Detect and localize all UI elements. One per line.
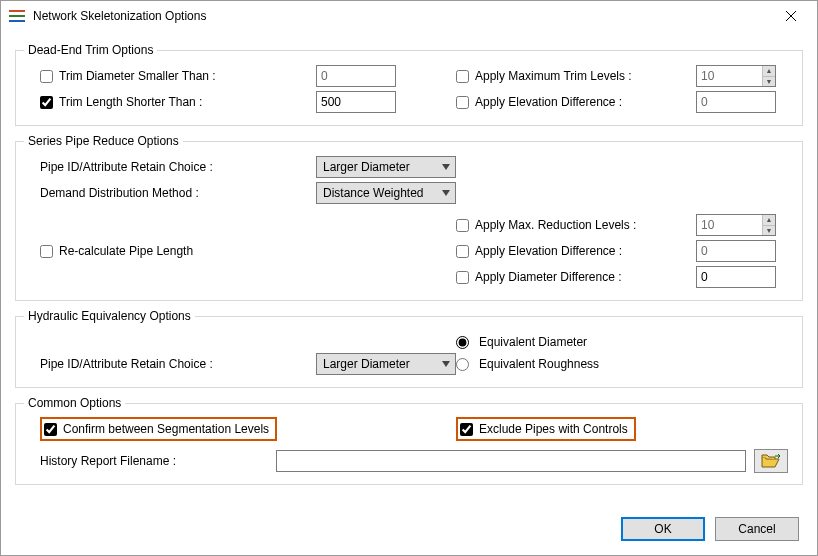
title-bar: Network Skeletonization Options	[1, 1, 817, 31]
series-apply-elev-checkbox[interactable]: Apply Elevation Difference :	[456, 244, 622, 258]
common-legend: Common Options	[24, 396, 125, 410]
trim-length-checkbox[interactable]: Trim Length Shorter Than :	[40, 95, 202, 109]
demand-method-label: Demand Distribution Method :	[40, 186, 199, 200]
close-icon	[786, 11, 796, 21]
dialog-window: Network Skeletonization Options Dead-End…	[0, 0, 818, 556]
trim-length-value[interactable]	[316, 91, 396, 113]
diam-diff-value[interactable]	[696, 266, 776, 288]
client-area: Dead-End Trim Options Trim Diameter Smal…	[1, 31, 817, 497]
chevron-down-icon	[437, 354, 455, 374]
demand-method-combo[interactable]: Distance Weighted	[316, 182, 456, 204]
max-red-spinner[interactable]: ▲ ▼	[696, 214, 776, 236]
apply-max-red-label: Apply Max. Reduction Levels :	[475, 218, 636, 232]
apply-diam-diff-label: Apply Diameter Difference :	[475, 270, 622, 284]
series-retain-value: Larger Diameter	[323, 160, 410, 174]
series-group: Series Pipe Reduce Options Pipe ID/Attri…	[15, 134, 803, 301]
browse-button[interactable]	[754, 449, 788, 473]
history-filename-input[interactable]	[276, 450, 746, 472]
deadend-group: Dead-End Trim Options Trim Diameter Smal…	[15, 43, 803, 126]
max-red-value[interactable]	[697, 215, 762, 235]
svg-marker-2	[442, 164, 450, 170]
apply-max-trim-label: Apply Maximum Trim Levels :	[475, 69, 632, 83]
exclude-label: Exclude Pipes with Controls	[479, 422, 628, 436]
spinner-up[interactable]: ▲	[763, 215, 775, 226]
equiv-roughness-label: Equivalent Roughness	[479, 357, 599, 371]
series-apply-elev-label: Apply Elevation Difference :	[475, 244, 622, 258]
exclude-highlight: Exclude Pipes with Controls	[456, 417, 636, 441]
equiv-diameter-radio-input[interactable]	[456, 336, 469, 349]
series-retain-combo[interactable]: Larger Diameter	[316, 156, 456, 178]
hydraulic-retain-label: Pipe ID/Attribute Retain Choice :	[40, 357, 213, 371]
history-label: History Report Filename :	[40, 454, 176, 468]
hydraulic-group: Hydraulic Equivalency Options Equivalent…	[15, 309, 803, 388]
confirm-checkbox[interactable]: Confirm between Segmentation Levels	[44, 422, 269, 436]
confirm-highlight: Confirm between Segmentation Levels	[40, 417, 277, 441]
cancel-button[interactable]: Cancel	[715, 517, 799, 541]
chevron-down-icon	[437, 183, 455, 203]
max-trim-spinner[interactable]: ▲ ▼	[696, 65, 776, 87]
dialog-buttons: OK Cancel	[621, 517, 799, 541]
demand-method-value: Distance Weighted	[323, 186, 424, 200]
trim-diameter-checkbox-input[interactable]	[40, 70, 53, 83]
equiv-diameter-radio[interactable]: Equivalent Diameter	[456, 335, 587, 349]
deadend-apply-elev-label: Apply Elevation Difference :	[475, 95, 622, 109]
series-legend: Series Pipe Reduce Options	[24, 134, 183, 148]
spinner-down[interactable]: ▼	[763, 226, 775, 236]
app-icon	[9, 8, 25, 24]
deadend-elev-value[interactable]	[696, 91, 776, 113]
recalc-checkbox-input[interactable]	[40, 245, 53, 258]
trim-diameter-checkbox[interactable]: Trim Diameter Smaller Than :	[40, 69, 216, 83]
svg-marker-3	[442, 190, 450, 196]
series-retain-label: Pipe ID/Attribute Retain Choice :	[40, 160, 213, 174]
equiv-diameter-label: Equivalent Diameter	[479, 335, 587, 349]
close-button[interactable]	[771, 2, 811, 30]
spinner-up[interactable]: ▲	[763, 66, 775, 77]
apply-max-red-checkbox[interactable]: Apply Max. Reduction Levels :	[456, 218, 636, 232]
trim-length-checkbox-input[interactable]	[40, 96, 53, 109]
ok-button[interactable]: OK	[621, 517, 705, 541]
series-elev-value[interactable]	[696, 240, 776, 262]
deadend-apply-elev-checkbox-input[interactable]	[456, 96, 469, 109]
apply-max-trim-checkbox[interactable]: Apply Maximum Trim Levels :	[456, 69, 632, 83]
recalc-checkbox[interactable]: Re-calculate Pipe Length	[40, 244, 193, 258]
equiv-roughness-radio-input[interactable]	[456, 358, 469, 371]
common-group: Common Options Confirm between Segmentat…	[15, 396, 803, 485]
svg-marker-4	[442, 361, 450, 367]
window-title: Network Skeletonization Options	[33, 9, 771, 23]
trim-diameter-value[interactable]	[316, 65, 396, 87]
apply-max-trim-checkbox-input[interactable]	[456, 70, 469, 83]
confirm-checkbox-input[interactable]	[44, 423, 57, 436]
exclude-checkbox-input[interactable]	[460, 423, 473, 436]
exclude-checkbox[interactable]: Exclude Pipes with Controls	[460, 422, 628, 436]
hydraulic-legend: Hydraulic Equivalency Options	[24, 309, 195, 323]
spinner-down[interactable]: ▼	[763, 77, 775, 87]
max-trim-value[interactable]	[697, 66, 762, 86]
deadend-legend: Dead-End Trim Options	[24, 43, 157, 57]
trim-length-label: Trim Length Shorter Than :	[59, 95, 202, 109]
apply-max-red-checkbox-input[interactable]	[456, 219, 469, 232]
chevron-down-icon	[437, 157, 455, 177]
apply-diam-diff-checkbox[interactable]: Apply Diameter Difference :	[456, 270, 622, 284]
apply-diam-diff-checkbox-input[interactable]	[456, 271, 469, 284]
trim-diameter-label: Trim Diameter Smaller Than :	[59, 69, 216, 83]
hydraulic-retain-value: Larger Diameter	[323, 357, 410, 371]
folder-open-icon	[761, 453, 781, 469]
recalc-label: Re-calculate Pipe Length	[59, 244, 193, 258]
confirm-label: Confirm between Segmentation Levels	[63, 422, 269, 436]
series-apply-elev-checkbox-input[interactable]	[456, 245, 469, 258]
hydraulic-retain-combo[interactable]: Larger Diameter	[316, 353, 456, 375]
equiv-roughness-radio[interactable]: Equivalent Roughness	[456, 357, 599, 371]
deadend-apply-elev-checkbox[interactable]: Apply Elevation Difference :	[456, 95, 622, 109]
